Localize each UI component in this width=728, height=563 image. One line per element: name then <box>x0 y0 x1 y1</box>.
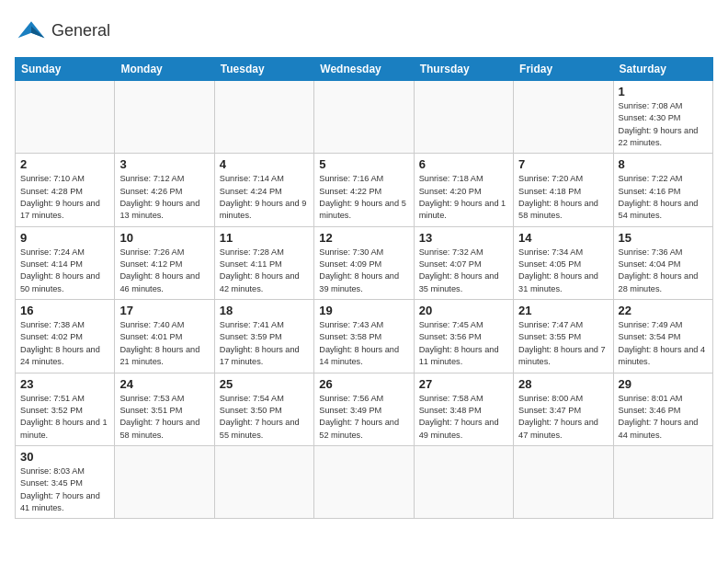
day-header-sunday: Sunday <box>16 58 115 81</box>
day-info: Sunrise: 7:20 AM Sunset: 4:18 PM Dayligh… <box>518 173 608 222</box>
day-info: Sunrise: 7:12 AM Sunset: 4:26 PM Dayligh… <box>119 173 209 222</box>
calendar-cell: 26Sunrise: 7:56 AM Sunset: 3:49 PM Dayli… <box>314 373 414 445</box>
calendar-week-4: 23Sunrise: 7:51 AM Sunset: 3:52 PM Dayli… <box>16 373 713 445</box>
day-info: Sunrise: 7:22 AM Sunset: 4:16 PM Dayligh… <box>619 173 708 222</box>
day-header-tuesday: Tuesday <box>214 58 313 81</box>
calendar-cell: 17Sunrise: 7:40 AM Sunset: 4:01 PM Dayli… <box>115 300 214 373</box>
calendar-week-1: 2Sunrise: 7:10 AM Sunset: 4:28 PM Daylig… <box>16 154 713 226</box>
day-info: Sunrise: 7:58 AM Sunset: 3:48 PM Dayligh… <box>419 393 508 442</box>
day-number: 8 <box>619 157 708 171</box>
day-number: 25 <box>220 377 309 391</box>
svg-marker-1 <box>31 27 44 39</box>
day-info: Sunrise: 7:51 AM Sunset: 3:52 PM Dayligh… <box>20 393 109 442</box>
page-header: General <box>15 15 713 48</box>
calendar-cell: 30Sunrise: 8:03 AM Sunset: 3:45 PM Dayli… <box>16 445 115 518</box>
calendar-cell <box>214 81 313 154</box>
calendar-cell: 22Sunrise: 7:49 AM Sunset: 3:54 PM Dayli… <box>613 300 712 373</box>
calendar-cell: 7Sunrise: 7:20 AM Sunset: 4:18 PM Daylig… <box>514 154 613 226</box>
calendar-header-row: SundayMondayTuesdayWednesdayThursdayFrid… <box>16 58 713 81</box>
day-info: Sunrise: 7:26 AM Sunset: 4:12 PM Dayligh… <box>119 247 209 295</box>
calendar-cell <box>414 81 513 154</box>
calendar-cell: 15Sunrise: 7:36 AM Sunset: 4:04 PM Dayli… <box>613 226 712 299</box>
calendar-cell: 9Sunrise: 7:24 AM Sunset: 4:14 PM Daylig… <box>16 226 115 299</box>
day-info: Sunrise: 8:01 AM Sunset: 3:46 PM Dayligh… <box>619 393 708 442</box>
calendar-cell: 21Sunrise: 7:47 AM Sunset: 3:55 PM Dayli… <box>514 300 613 373</box>
day-number: 27 <box>419 377 508 391</box>
day-number: 14 <box>518 231 608 245</box>
day-number: 29 <box>619 377 708 391</box>
day-info: Sunrise: 7:32 AM Sunset: 4:07 PM Dayligh… <box>419 247 508 295</box>
calendar-cell: 28Sunrise: 8:00 AM Sunset: 3:47 PM Dayli… <box>514 373 613 445</box>
calendar-cell: 8Sunrise: 7:22 AM Sunset: 4:16 PM Daylig… <box>613 154 712 226</box>
day-number: 10 <box>119 231 209 245</box>
day-info: Sunrise: 7:54 AM Sunset: 3:50 PM Dayligh… <box>220 393 309 442</box>
calendar-cell: 10Sunrise: 7:26 AM Sunset: 4:12 PM Dayli… <box>115 226 214 299</box>
calendar-week-3: 16Sunrise: 7:38 AM Sunset: 4:02 PM Dayli… <box>16 300 713 373</box>
calendar-cell: 11Sunrise: 7:28 AM Sunset: 4:11 PM Dayli… <box>214 226 313 299</box>
calendar-cell <box>16 81 115 154</box>
calendar-cell: 16Sunrise: 7:38 AM Sunset: 4:02 PM Dayli… <box>16 300 115 373</box>
day-number: 30 <box>20 450 109 464</box>
day-info: Sunrise: 7:43 AM Sunset: 3:58 PM Dayligh… <box>319 319 408 368</box>
day-info: Sunrise: 7:28 AM Sunset: 4:11 PM Dayligh… <box>220 247 309 295</box>
calendar-cell: 18Sunrise: 7:41 AM Sunset: 3:59 PM Dayli… <box>214 300 313 373</box>
day-number: 23 <box>20 377 109 391</box>
day-number: 13 <box>419 231 508 245</box>
calendar-cell <box>514 445 613 518</box>
day-info: Sunrise: 7:47 AM Sunset: 3:55 PM Dayligh… <box>518 319 608 368</box>
day-number: 20 <box>419 304 508 317</box>
calendar-table: SundayMondayTuesdayWednesdayThursdayFrid… <box>15 57 713 519</box>
logo-text: General <box>51 22 110 40</box>
calendar-cell: 20Sunrise: 7:45 AM Sunset: 3:56 PM Dayli… <box>414 300 513 373</box>
day-info: Sunrise: 8:03 AM Sunset: 3:45 PM Dayligh… <box>20 465 109 514</box>
day-info: Sunrise: 7:41 AM Sunset: 3:59 PM Dayligh… <box>220 319 309 368</box>
day-info: Sunrise: 7:10 AM Sunset: 4:28 PM Dayligh… <box>20 173 109 222</box>
calendar-cell: 23Sunrise: 7:51 AM Sunset: 3:52 PM Dayli… <box>16 373 115 445</box>
logo: General <box>15 15 110 48</box>
day-number: 17 <box>119 304 209 317</box>
day-info: Sunrise: 7:40 AM Sunset: 4:01 PM Dayligh… <box>119 319 209 368</box>
calendar-cell <box>514 81 613 154</box>
day-number: 28 <box>518 377 608 391</box>
calendar-cell: 27Sunrise: 7:58 AM Sunset: 3:48 PM Dayli… <box>414 373 513 445</box>
calendar-cell: 12Sunrise: 7:30 AM Sunset: 4:09 PM Dayli… <box>314 226 414 299</box>
day-number: 4 <box>220 157 309 171</box>
day-info: Sunrise: 7:38 AM Sunset: 4:02 PM Dayligh… <box>20 319 109 368</box>
calendar-week-0: 1Sunrise: 7:08 AM Sunset: 4:30 PM Daylig… <box>16 81 713 154</box>
day-number: 11 <box>220 231 309 245</box>
day-header-wednesday: Wednesday <box>314 58 414 81</box>
day-info: Sunrise: 7:56 AM Sunset: 3:49 PM Dayligh… <box>319 393 408 442</box>
day-number: 1 <box>619 85 708 98</box>
calendar-cell: 2Sunrise: 7:10 AM Sunset: 4:28 PM Daylig… <box>16 154 115 226</box>
day-header-monday: Monday <box>115 58 214 81</box>
day-number: 26 <box>319 377 408 391</box>
day-number: 12 <box>319 231 408 245</box>
day-info: Sunrise: 7:24 AM Sunset: 4:14 PM Dayligh… <box>20 247 109 295</box>
day-info: Sunrise: 7:18 AM Sunset: 4:20 PM Dayligh… <box>419 173 508 222</box>
calendar-cell: 19Sunrise: 7:43 AM Sunset: 3:58 PM Dayli… <box>314 300 414 373</box>
day-info: Sunrise: 8:00 AM Sunset: 3:47 PM Dayligh… <box>518 393 608 442</box>
day-info: Sunrise: 7:14 AM Sunset: 4:24 PM Dayligh… <box>220 173 309 222</box>
calendar-cell <box>414 445 513 518</box>
calendar-cell: 5Sunrise: 7:16 AM Sunset: 4:22 PM Daylig… <box>314 154 414 226</box>
day-info: Sunrise: 7:45 AM Sunset: 3:56 PM Dayligh… <box>419 319 508 368</box>
calendar-cell: 4Sunrise: 7:14 AM Sunset: 4:24 PM Daylig… <box>214 154 313 226</box>
day-number: 9 <box>20 231 109 245</box>
day-number: 22 <box>619 304 708 317</box>
calendar-cell <box>115 81 214 154</box>
calendar-cell: 24Sunrise: 7:53 AM Sunset: 3:51 PM Dayli… <box>115 373 214 445</box>
day-info: Sunrise: 7:16 AM Sunset: 4:22 PM Dayligh… <box>319 173 408 222</box>
calendar-cell: 13Sunrise: 7:32 AM Sunset: 4:07 PM Dayli… <box>414 226 513 299</box>
day-info: Sunrise: 7:49 AM Sunset: 3:54 PM Dayligh… <box>619 319 708 368</box>
calendar-cell: 25Sunrise: 7:54 AM Sunset: 3:50 PM Dayli… <box>214 373 313 445</box>
calendar-week-2: 9Sunrise: 7:24 AM Sunset: 4:14 PM Daylig… <box>16 226 713 299</box>
calendar-cell <box>314 445 414 518</box>
day-info: Sunrise: 7:36 AM Sunset: 4:04 PM Dayligh… <box>619 247 708 295</box>
day-number: 2 <box>20 157 109 171</box>
calendar-week-5: 30Sunrise: 8:03 AM Sunset: 3:45 PM Dayli… <box>16 445 713 518</box>
day-info: Sunrise: 7:34 AM Sunset: 4:05 PM Dayligh… <box>518 247 608 295</box>
calendar-cell <box>314 81 414 154</box>
calendar-cell: 29Sunrise: 8:01 AM Sunset: 3:46 PM Dayli… <box>613 373 712 445</box>
day-number: 5 <box>319 157 408 171</box>
day-number: 24 <box>119 377 209 391</box>
